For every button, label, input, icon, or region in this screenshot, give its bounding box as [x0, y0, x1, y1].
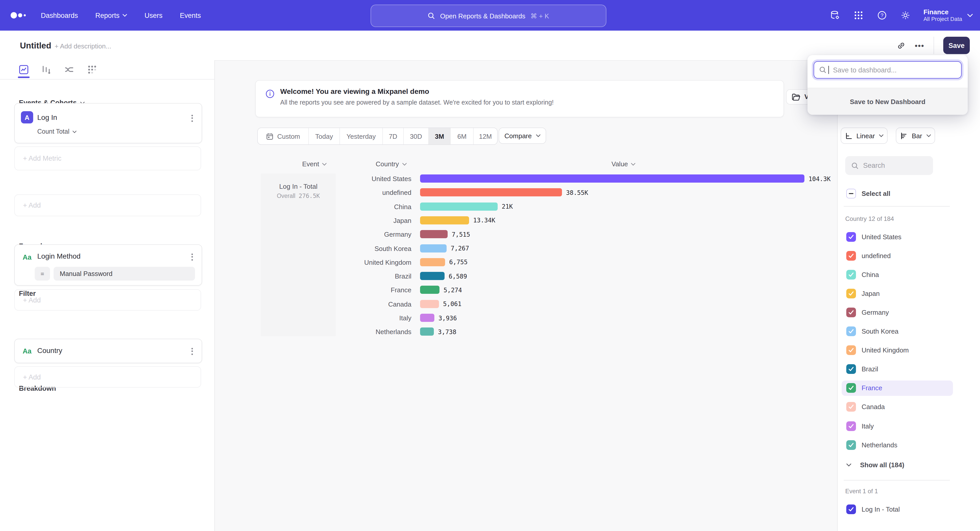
checkbox-checked[interactable]	[846, 308, 856, 317]
time-range-3m[interactable]: 3M	[429, 128, 451, 144]
event-total-cell[interactable]: Log In - Total Overall 276.5K	[261, 173, 336, 336]
add-description[interactable]: + Add description...	[55, 42, 111, 50]
checkbox-checked[interactable]	[846, 364, 856, 374]
checkbox-checked[interactable]	[846, 251, 856, 260]
country-filter-item-france[interactable]: France	[842, 380, 953, 396]
help-icon[interactable]: ?	[877, 10, 888, 21]
country-filter-item-italy[interactable]: Italy	[842, 418, 953, 434]
data-management-icon[interactable]	[829, 10, 841, 21]
checkbox-checked[interactable]	[846, 421, 856, 431]
column-header-country[interactable]: Country	[375, 160, 407, 168]
settings-gear-icon[interactable]	[900, 10, 911, 21]
save-to-dashboard-input[interactable]: Save to dashboard...	[814, 61, 962, 79]
nav-link-events[interactable]: Events	[180, 11, 201, 19]
check-icon	[848, 442, 854, 448]
compare-button[interactable]: Compare	[499, 127, 546, 144]
event-group-label: Event 1 of 1	[845, 488, 878, 495]
chart-bar[interactable]	[420, 272, 445, 280]
checkbox-checked[interactable]	[846, 327, 856, 336]
chart-bar[interactable]	[420, 216, 469, 224]
chart-row-label: United States	[286, 175, 411, 182]
column-header-value[interactable]: Value	[611, 160, 636, 168]
global-search-button[interactable]: Open Reports & Dashboards ⌘ + K	[371, 5, 606, 27]
chart-bar[interactable]	[420, 230, 448, 238]
show-all-toggle[interactable]: Show all (184)	[842, 457, 953, 472]
chevron-down-icon	[123, 14, 127, 17]
save-to-new-dashboard-button[interactable]: Save to New Dashboard	[808, 88, 968, 115]
report-title[interactable]: Untitled	[20, 41, 51, 51]
time-range-custom[interactable]: Custom	[258, 128, 309, 144]
event-filter-item[interactable]: Log In - Total	[842, 501, 953, 517]
chart-bar[interactable]	[420, 202, 498, 211]
country-filter-item-netherlands[interactable]: Netherlands	[842, 437, 953, 452]
chart-value-label: 38.55K	[566, 189, 588, 197]
country-filter-item-undefined[interactable]: undefined	[842, 248, 953, 263]
checkbox-checked[interactable]	[846, 346, 856, 355]
time-range-30d[interactable]: 30D	[404, 128, 429, 144]
checkbox-checked[interactable]	[846, 440, 856, 450]
country-filter-item-japan[interactable]: Japan	[842, 286, 953, 301]
search-icon	[851, 162, 859, 169]
chart-bar[interactable]	[420, 314, 434, 322]
chart-bar[interactable]	[420, 174, 804, 182]
chart-bar[interactable]	[420, 286, 439, 294]
nav-link-users[interactable]: Users	[145, 11, 162, 19]
time-range-yesterday[interactable]: Yesterday	[340, 128, 383, 144]
time-range-12m[interactable]: 12M	[474, 128, 497, 144]
kebab-menu-icon[interactable]	[187, 113, 197, 123]
checkbox-checked[interactable]	[846, 232, 856, 241]
add-breakdown-button[interactable]: + Add	[14, 366, 201, 388]
nav-link-dashboards[interactable]: Dashboards	[41, 11, 78, 19]
chart-bar[interactable]	[420, 244, 447, 252]
chart-row-label: France	[286, 287, 411, 294]
chevron-down-icon	[536, 134, 540, 137]
country-filter-item-china[interactable]: China	[842, 267, 953, 282]
chart-bar[interactable]	[420, 258, 445, 266]
country-filter-label: undefined	[862, 252, 891, 259]
breakdown-property-name[interactable]: Country	[37, 346, 62, 355]
project-switcher[interactable]: Finance All Project Data	[923, 8, 973, 22]
nav-link-reports[interactable]: Reports	[95, 11, 127, 19]
scale-dropdown[interactable]: Linear	[841, 127, 888, 144]
country-filter-item-canada[interactable]: Canada	[842, 399, 953, 415]
kebab-menu-icon[interactable]	[187, 346, 197, 356]
add-metric-button[interactable]: + Add Metric	[14, 146, 201, 170]
column-header-event[interactable]: Event	[302, 160, 327, 168]
save-button[interactable]: Save	[943, 37, 970, 54]
country-filter-item-germany[interactable]: Germany	[842, 305, 953, 320]
divider	[844, 206, 950, 207]
metric-event-name[interactable]: Log In	[37, 113, 57, 121]
metric-aggregation[interactable]: Count Total	[37, 128, 76, 135]
more-options-icon[interactable]: •••	[915, 41, 924, 50]
country-filter-item-united-states[interactable]: United States	[842, 229, 953, 244]
country-filter-item-united-kingdom[interactable]: United Kingdom	[842, 342, 953, 358]
checkbox-checked[interactable]	[846, 402, 856, 412]
time-range-today[interactable]: Today	[309, 128, 340, 144]
country-filter-item-brazil[interactable]: Brazil	[842, 361, 953, 377]
time-range-6m[interactable]: 6M	[451, 128, 474, 144]
event-checkbox-checked[interactable]	[846, 504, 856, 514]
chart-bar[interactable]	[420, 328, 434, 336]
tab-insights[interactable]	[18, 63, 30, 76]
copy-link-icon[interactable]	[897, 41, 905, 50]
select-all-row[interactable]: Select all	[842, 185, 953, 201]
checkbox-checked[interactable]	[846, 289, 856, 298]
tab-funnels[interactable]	[40, 63, 52, 76]
country-filter-item-south-korea[interactable]: South Korea	[842, 323, 953, 339]
chart-bar[interactable]	[420, 300, 439, 308]
chart-row: Japan13.34K	[0, 216, 577, 224]
mixpanel-logo-icon[interactable]	[10, 11, 29, 19]
chart-bar[interactable]	[420, 189, 562, 197]
tab-flows[interactable]	[63, 63, 75, 76]
time-range-7d[interactable]: 7D	[383, 128, 404, 144]
chart-type-dropdown[interactable]: Bar	[896, 127, 935, 144]
apps-grid-icon[interactable]	[853, 10, 864, 21]
segment-search-input[interactable]: Search	[845, 156, 933, 175]
chevron-down-icon	[631, 162, 636, 165]
checkbox-checked[interactable]	[846, 383, 856, 393]
tab-retention[interactable]	[86, 63, 98, 76]
check-icon	[848, 253, 854, 258]
checkbox-checked[interactable]	[846, 269, 856, 279]
select-all-checkbox-indeterminate[interactable]	[846, 189, 856, 198]
check-icon	[848, 310, 854, 315]
